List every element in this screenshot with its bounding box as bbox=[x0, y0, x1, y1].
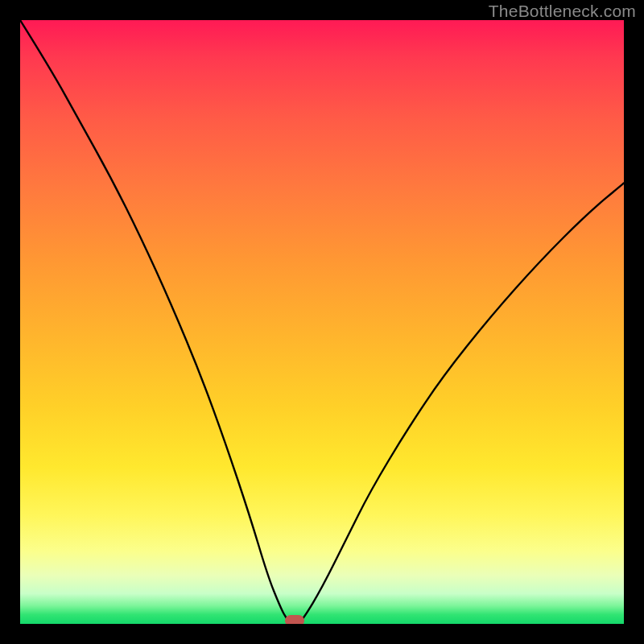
chart-frame: TheBottleneck.com bbox=[0, 0, 644, 644]
plot-area bbox=[20, 20, 624, 624]
bottleneck-curve bbox=[20, 20, 624, 624]
watermark-label: TheBottleneck.com bbox=[489, 2, 636, 21]
optimum-marker bbox=[285, 615, 304, 624]
